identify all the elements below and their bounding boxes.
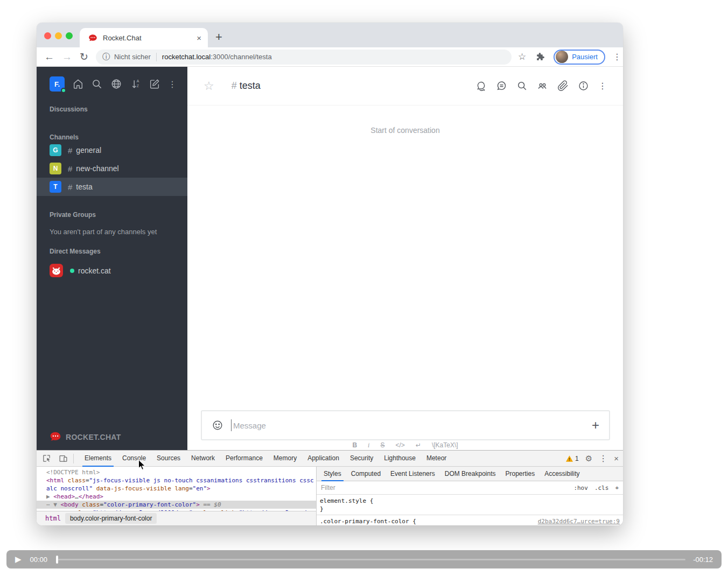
message-composer[interactable]: Message + bbox=[201, 410, 610, 440]
hov-toggle[interactable]: :hov bbox=[573, 484, 588, 491]
attachments-clip-icon[interactable] bbox=[557, 80, 569, 92]
tab-close-icon[interactable]: × bbox=[197, 34, 201, 42]
video-player-bar: ▶ 00:00 -00:12 bbox=[6, 550, 722, 568]
devtools-kebab-icon[interactable]: ⋮ bbox=[599, 453, 607, 463]
hash-icon: # bbox=[68, 146, 72, 155]
channel-title: # testa bbox=[232, 80, 261, 92]
tab-event-listeners[interactable]: Event Listeners bbox=[386, 467, 440, 481]
rocketchat-logo: ROCKET.CHAT bbox=[50, 431, 121, 442]
svg-text:Z: Z bbox=[136, 84, 138, 88]
section-channels[interactable]: Channels bbox=[37, 134, 187, 141]
tab-accessibility[interactable]: Accessibility bbox=[540, 467, 584, 481]
inspect-element-icon[interactable] bbox=[42, 454, 51, 463]
members-team-icon[interactable] bbox=[537, 80, 548, 92]
code-button[interactable]: </> bbox=[395, 441, 404, 449]
tab-styles[interactable]: Styles bbox=[319, 467, 346, 481]
devtools-tab-lighthouse[interactable]: Lighthouse bbox=[379, 451, 421, 467]
breadcrumb-html[interactable]: html bbox=[41, 513, 65, 524]
hash-icon: # bbox=[68, 164, 72, 173]
tab-computed[interactable]: Computed bbox=[346, 467, 386, 481]
cls-toggle[interactable]: .cls bbox=[594, 484, 609, 491]
mouse-cursor bbox=[138, 459, 146, 471]
discussion-icon[interactable] bbox=[475, 80, 487, 92]
back-icon[interactable]: ← bbox=[44, 51, 54, 63]
katex-button[interactable]: \[KaTeX\] bbox=[432, 441, 458, 449]
sidebar-item-rocket-cat[interactable]: rocket.cat bbox=[37, 264, 187, 277]
message-input[interactable]: Message bbox=[233, 421, 266, 430]
multiline-button[interactable]: ↵ bbox=[416, 441, 421, 449]
window-maximize-button[interactable] bbox=[66, 32, 73, 39]
user-avatar[interactable]: F. bbox=[50, 76, 65, 92]
add-attachment-plus-icon[interactable]: + bbox=[592, 418, 599, 433]
text-caret bbox=[231, 419, 232, 431]
devtools-tab-performance[interactable]: Performance bbox=[220, 451, 268, 467]
tab-title: Rocket.Chat bbox=[103, 34, 197, 42]
page-info-icon[interactable]: ⓘ bbox=[102, 52, 110, 62]
security-label[interactable]: Nicht sicher bbox=[114, 53, 151, 61]
favorite-star-icon[interactable]: ☆ bbox=[204, 79, 214, 93]
devtools-settings-gear-icon[interactable]: ⚙ bbox=[585, 454, 592, 463]
sort-icon[interactable]: AZ bbox=[130, 78, 142, 90]
emoji-icon[interactable] bbox=[212, 419, 223, 431]
tab-properties[interactable]: Properties bbox=[500, 467, 540, 481]
sidebar-menu-kebab-icon[interactable]: ⋮ bbox=[168, 79, 177, 89]
devtools-tab-elements[interactable]: Elements bbox=[79, 451, 117, 467]
new-rule-plus-icon[interactable]: + bbox=[615, 484, 619, 491]
strikethrough-button[interactable]: S bbox=[380, 441, 384, 449]
italic-button[interactable]: i bbox=[368, 441, 369, 449]
devtools-tab-network[interactable]: Network bbox=[186, 451, 220, 467]
window-close-button[interactable] bbox=[44, 32, 51, 39]
devtools-panel: Elements Console Sources Network Perform… bbox=[37, 450, 623, 525]
dom-tree[interactable]: <!DOCTYPE html><html class="js-focus-vis… bbox=[37, 467, 316, 511]
devtools-tab-application[interactable]: Application bbox=[302, 451, 345, 467]
bold-button[interactable]: B bbox=[352, 441, 357, 449]
sidebar-item-new-channel[interactable]: N # new-channel bbox=[37, 159, 187, 178]
directory-globe-icon[interactable] bbox=[110, 78, 122, 90]
devtools-tab-meteor[interactable]: Meteor bbox=[421, 451, 452, 467]
stylesheet-source-link[interactable]: d2ba32dd6c7…urce=true:9 bbox=[538, 517, 620, 525]
address-bar[interactable]: ⓘ Nicht sicher rocketchat.local:3000/cha… bbox=[96, 50, 512, 65]
device-toolbar-icon[interactable] bbox=[59, 454, 68, 463]
header-kebab-icon[interactable]: ⋮ bbox=[598, 81, 607, 91]
devtools-tab-security[interactable]: Security bbox=[345, 451, 379, 467]
browser-window: Rocket.Chat × + ← → ↻ ⓘ Nicht sicher roc… bbox=[37, 23, 623, 525]
private-groups-empty-text: You aren't part of any channels yet bbox=[37, 228, 187, 236]
info-icon[interactable] bbox=[578, 80, 589, 92]
search-icon[interactable] bbox=[91, 78, 103, 90]
styles-filter-input[interactable]: Filter bbox=[321, 484, 573, 491]
console-warning-badge[interactable]: 1 bbox=[566, 455, 579, 462]
elements-breadcrumbs: html body.color-primary-font-color bbox=[37, 511, 316, 525]
devtools-tab-memory[interactable]: Memory bbox=[268, 451, 302, 467]
breadcrumb-body[interactable]: body.color-primary-font-color bbox=[65, 513, 157, 524]
devtools-tab-sources[interactable]: Sources bbox=[151, 451, 186, 467]
hash-icon: # bbox=[232, 80, 237, 92]
sidebar-item-general[interactable]: G # general bbox=[37, 141, 187, 159]
new-tab-button[interactable]: + bbox=[215, 30, 222, 44]
bookmark-star-icon[interactable]: ☆ bbox=[518, 51, 526, 62]
browser-tab[interactable]: Rocket.Chat × bbox=[80, 28, 208, 47]
search-icon[interactable] bbox=[516, 80, 528, 92]
section-private-groups[interactable]: Private Groups bbox=[37, 211, 187, 219]
logo-text: ROCKET.CHAT bbox=[66, 432, 121, 441]
create-new-icon[interactable] bbox=[149, 78, 160, 90]
browser-profile-button[interactable]: Pausiert bbox=[554, 50, 605, 65]
profile-avatar bbox=[556, 51, 568, 63]
profile-status-label: Pausiert bbox=[572, 53, 598, 61]
tab-dom-breakpoints[interactable]: DOM Breakpoints bbox=[440, 467, 501, 481]
section-direct-messages[interactable]: Direct Messages bbox=[37, 248, 187, 255]
threads-icon[interactable] bbox=[496, 80, 507, 92]
section-discussions[interactable]: Discussions bbox=[37, 106, 187, 113]
browser-menu-kebab-icon[interactable]: ⋮ bbox=[613, 52, 621, 62]
devtools-tab-console[interactable]: Console bbox=[117, 451, 151, 467]
window-minimize-button[interactable] bbox=[55, 32, 62, 39]
forward-icon[interactable]: → bbox=[62, 51, 72, 63]
styles-rules[interactable]: element.style { } .color-primary-font-co… bbox=[317, 495, 623, 525]
scrubber-track[interactable] bbox=[58, 559, 685, 560]
sidebar-item-testa[interactable]: T # testa bbox=[37, 178, 187, 196]
play-icon[interactable]: ▶ bbox=[15, 554, 22, 564]
home-icon[interactable] bbox=[72, 78, 84, 90]
reload-icon[interactable]: ↻ bbox=[80, 51, 88, 63]
devtools-close-icon[interactable]: × bbox=[614, 454, 619, 463]
chat-main: ☆ # testa bbox=[187, 67, 623, 450]
extensions-puzzle-icon[interactable] bbox=[536, 52, 545, 61]
